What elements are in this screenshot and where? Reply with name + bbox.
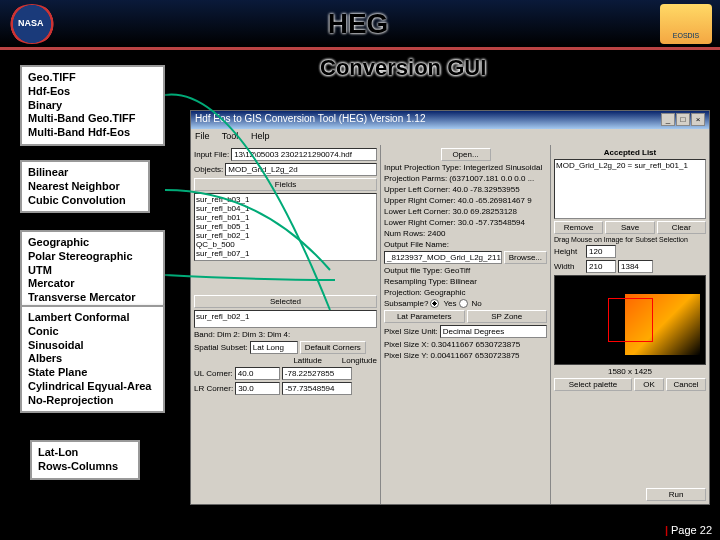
- app-window: Hdf Eos to GIS Conversion Tool (HEG) Ver…: [190, 110, 710, 505]
- minimize-icon[interactable]: _: [661, 113, 675, 126]
- default-corners-button[interactable]: Default Corners: [300, 341, 366, 354]
- urc-label: Upper Right Corner: 40.0 -65.26981467 9: [384, 196, 547, 205]
- slide-subtitle: Conversion GUI: [320, 55, 486, 81]
- lr-lon-input[interactable]: -57.73548594: [282, 382, 352, 395]
- eosdis-logo: EOSDIS: [660, 4, 712, 44]
- sp-zone-button[interactable]: SP Zone: [467, 310, 548, 323]
- width-input[interactable]: 210: [586, 260, 616, 273]
- spatial-subset-label: Spatial Subset:: [194, 343, 248, 352]
- fields-button[interactable]: Fields: [194, 178, 377, 191]
- output-file-field[interactable]: _8123937_MOD_Grid_L2g_2111: [384, 251, 502, 264]
- band-label: Band:: [194, 330, 215, 339]
- selected-label: Selected: [194, 295, 377, 308]
- close-icon[interactable]: ×: [691, 113, 705, 126]
- pixel-y-label: Pixel Size Y: 0.00411667 6530723875: [384, 351, 547, 360]
- image-dims-label: 1580 x 1425: [554, 367, 706, 376]
- resampling-type-label: Resampling Type: Bilinear: [384, 277, 547, 286]
- drag-hint-label: Drag Mouse on Image for Subset Selection: [554, 236, 706, 243]
- ok-button[interactable]: OK: [634, 378, 664, 391]
- proj-type-label: Input Projection Type: Integerized Sinus…: [384, 163, 547, 172]
- output-type-label: Output file Type: GeoTiff: [384, 266, 547, 275]
- llc-label: Lower Left Corner: 30.0 69.28253128: [384, 207, 547, 216]
- annotation-subset: Lat-LonRows-Columns: [30, 440, 140, 480]
- cancel-button[interactable]: Cancel: [666, 378, 706, 391]
- fields-list[interactable]: sur_refl_b03_1sur_refl_b04_1sur_refl_b01…: [194, 193, 377, 261]
- objects-label: Objects:: [194, 165, 223, 174]
- pixel-unit-select[interactable]: Decimal Degrees: [440, 325, 547, 338]
- subsample-yes-radio[interactable]: [430, 299, 439, 308]
- proj-parms-label: Projection Parms: (6371007.181 0.0 0.0 .…: [384, 174, 547, 183]
- lrc-label: Lower Right Corner: 30.0 -57.73548594: [384, 218, 547, 227]
- window-titlebar[interactable]: Hdf Eos to GIS Conversion Tool (HEG) Ver…: [191, 111, 709, 129]
- menu-tool[interactable]: Tool: [222, 131, 239, 141]
- spatial-subset-select[interactable]: Lat Long: [250, 341, 298, 354]
- annotation-projections-2: Lambert Conformal ConicSinusoidalAlbersS…: [20, 305, 165, 413]
- rows-label: Num Rows: 2400: [384, 229, 547, 238]
- ul-lat-input[interactable]: 40.0: [235, 367, 280, 380]
- browse-button[interactable]: Browse...: [504, 251, 547, 264]
- ul-lon-input[interactable]: -78.22527855: [282, 367, 352, 380]
- nasa-logo: [8, 4, 56, 44]
- slide-title: HEG: [56, 8, 660, 40]
- ulc-label: Upper Left Corner: 40.0 -78.32953955: [384, 185, 547, 194]
- clear-button[interactable]: Clear: [657, 221, 706, 234]
- open-button[interactable]: Open...: [441, 148, 491, 161]
- pixel-x-label: Pixel Size X: 0.30411667 6530723875: [384, 340, 547, 349]
- accepted-list[interactable]: MOD_Grid_L2g_20 = sur_refl_b01_1: [554, 159, 706, 219]
- page-number: | Page 22: [665, 524, 712, 536]
- subset-box[interactable]: [608, 298, 653, 342]
- lr-lat-input[interactable]: 30.0: [235, 382, 280, 395]
- input-file-field[interactable]: 13\12\05003 2302121290074.hdf: [231, 148, 377, 161]
- palette-button[interactable]: Select palette: [554, 378, 632, 391]
- annotation-resampling: BilinearNearest NeighborCubic Convolutio…: [20, 160, 150, 213]
- window-title: Hdf Eos to GIS Conversion Tool (HEG) Ver…: [195, 113, 425, 127]
- menu-file[interactable]: File: [195, 131, 210, 141]
- lat-params-button[interactable]: Lat Parameters: [384, 310, 465, 323]
- run-button[interactable]: Run: [646, 488, 706, 501]
- objects-select[interactable]: MOD_Grid_L2g_2d: [225, 163, 377, 176]
- accepted-list-label: Accepted List: [554, 148, 706, 157]
- output-file-label: Output File Name:: [384, 240, 547, 249]
- projection-label: Projection: Geographic: [384, 288, 547, 297]
- preview-image[interactable]: [554, 275, 706, 365]
- height-input[interactable]: 120: [586, 245, 616, 258]
- input-file-label: Input File:: [194, 150, 229, 159]
- save-button[interactable]: Save: [605, 221, 654, 234]
- selected-list[interactable]: sur_refl_b02_1: [194, 310, 377, 328]
- remove-button[interactable]: Remove: [554, 221, 603, 234]
- menu-bar: File Tool Help: [191, 129, 709, 145]
- subsample-no-radio[interactable]: [459, 299, 468, 308]
- maximize-icon[interactable]: □: [676, 113, 690, 126]
- menu-help[interactable]: Help: [251, 131, 270, 141]
- annotation-formats: Geo.TIFFHdf-EosBinaryMulti-Band Geo.TIFF…: [20, 65, 165, 146]
